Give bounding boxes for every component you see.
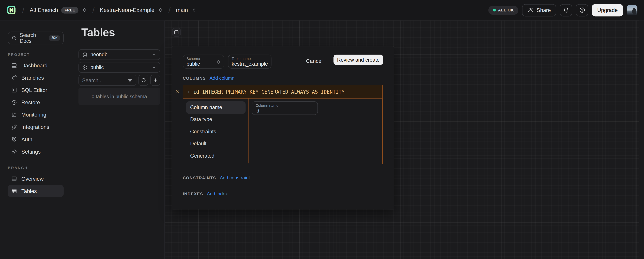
search-shortcut: ⌘K bbox=[49, 35, 60, 41]
database-icon bbox=[82, 52, 88, 57]
breadcrumb-separator: / bbox=[22, 5, 24, 15]
schema-select[interactable]: public bbox=[78, 62, 160, 73]
constraints-label: CONSTRAINTS bbox=[183, 176, 216, 180]
help-icon bbox=[579, 7, 585, 13]
tab-column-name[interactable]: Column name bbox=[186, 101, 246, 113]
branch-section-label: BRANCH bbox=[8, 166, 74, 170]
cancel-button[interactable]: Cancel bbox=[302, 55, 326, 66]
sidebar-item-label: Restore bbox=[22, 99, 40, 105]
constraints-section-header: CONSTRAINTS Add constraint bbox=[183, 175, 250, 180]
sidebar-item-sql-editor[interactable]: SQL Editor bbox=[8, 84, 64, 96]
collapse-panel-button[interactable] bbox=[172, 28, 181, 36]
neon-console: / AJ Emerich FREE / Kestra-Neon-Example … bbox=[0, 0, 644, 259]
chevrons-up-down-icon[interactable] bbox=[191, 7, 197, 13]
empty-state: 0 tables in public schema bbox=[78, 88, 160, 105]
review-and-create-button[interactable]: Review and create bbox=[334, 54, 383, 65]
column-sql-text: + id INTEGER PRIMARY KEY GENERATED ALWAY… bbox=[187, 89, 344, 95]
indexes-label: INDEXES bbox=[183, 192, 203, 196]
notifications-button[interactable] bbox=[560, 4, 572, 16]
tables-search-input[interactable]: Search... bbox=[78, 75, 136, 86]
status-label: ALL OK bbox=[498, 8, 514, 12]
table-name-field[interactable]: Table name kestra_example bbox=[228, 54, 272, 68]
database-select[interactable]: neondb bbox=[78, 49, 160, 60]
dashboard-icon bbox=[11, 62, 17, 68]
sidebar-item-label: Branches bbox=[22, 74, 44, 81]
chevron-down-icon bbox=[152, 65, 156, 70]
sidebar-item-settings[interactable]: Settings bbox=[8, 145, 64, 158]
add-constraint-link[interactable]: Add constraint bbox=[220, 175, 250, 180]
sidebar-item-label: SQL Editor bbox=[22, 87, 47, 93]
share-label: Share bbox=[536, 7, 551, 13]
page-title: Tables bbox=[82, 26, 164, 39]
sidebar-item-overview[interactable]: Overview bbox=[8, 172, 64, 185]
dialog-schema-select[interactable]: Schema public bbox=[183, 54, 224, 68]
sidebar-item-label: Tables bbox=[22, 188, 37, 194]
column-sql-header[interactable]: + id INTEGER PRIMARY KEY GENERATED ALWAY… bbox=[183, 85, 382, 98]
columns-section-header: COLUMNS Add column bbox=[183, 76, 234, 80]
breadcrumb-branch[interactable]: main bbox=[176, 7, 197, 13]
add-column-link[interactable]: Add column bbox=[210, 76, 234, 80]
schema-icon bbox=[82, 65, 88, 70]
sidebar-item-monitoring[interactable]: Monitoring bbox=[8, 108, 64, 121]
tab-generated[interactable]: Generated bbox=[186, 150, 246, 162]
search-docs-input[interactable]: Search Docs ⌘K bbox=[8, 32, 64, 44]
sidebar-item-dashboard[interactable]: Dashboard bbox=[8, 59, 64, 71]
sidebar-item-branches[interactable]: Branches bbox=[8, 71, 64, 84]
add-table-button[interactable] bbox=[150, 75, 160, 86]
tab-default[interactable]: Default bbox=[186, 138, 246, 150]
topbar: / AJ Emerich FREE / Kestra-Neon-Example … bbox=[0, 0, 644, 20]
chart-icon bbox=[11, 111, 17, 118]
breadcrumb-project[interactable]: Kestra-Neon-Example bbox=[100, 7, 163, 13]
search-icon bbox=[12, 35, 17, 41]
sidebar-item-integrations[interactable]: Integrations bbox=[8, 121, 64, 133]
sidebar-item-tables[interactable]: Tables bbox=[8, 185, 64, 197]
terminal-icon bbox=[11, 87, 17, 93]
tab-constraints[interactable]: Constraints bbox=[186, 126, 246, 138]
share-button[interactable]: Share bbox=[522, 4, 556, 16]
git-branch-icon bbox=[11, 74, 17, 81]
tab-data-type[interactable]: Data type bbox=[186, 113, 246, 126]
sidebar-item-auth[interactable]: Auth bbox=[8, 133, 64, 145]
bell-icon bbox=[563, 7, 569, 13]
chevrons-up-down-icon[interactable] bbox=[82, 7, 87, 13]
neon-logo-icon[interactable] bbox=[6, 5, 16, 15]
users-icon bbox=[528, 7, 534, 13]
history-icon bbox=[11, 99, 17, 105]
project-name: Kestra-Neon-Example bbox=[100, 7, 154, 13]
tables-panel: Tables neondb public bbox=[74, 20, 164, 259]
sidebar-item-label: Monitoring bbox=[22, 111, 46, 118]
schema-select-value: public bbox=[90, 64, 104, 70]
add-index-link[interactable]: Add index bbox=[207, 191, 228, 196]
sidebar-item-label: Dashboard bbox=[22, 62, 48, 68]
sidebar: Search Docs ⌘K PROJECT Dashboard Branche… bbox=[0, 20, 74, 259]
filter-icon[interactable] bbox=[128, 78, 133, 83]
column-editor-card: + id INTEGER PRIMARY KEY GENERATED ALWAY… bbox=[183, 85, 383, 164]
column-name-input-label: Column name bbox=[256, 103, 314, 108]
table-name-label: Table name bbox=[232, 57, 268, 61]
schema-field-value: public bbox=[186, 61, 220, 67]
schema-field-label: Schema bbox=[186, 57, 220, 61]
column-name-input[interactable]: Column name id bbox=[252, 101, 318, 115]
gear-icon bbox=[11, 148, 17, 155]
column-editor-tabs: Column name Data type Constraints Defaul… bbox=[183, 98, 249, 163]
user-avatar[interactable] bbox=[627, 5, 638, 15]
sidebar-item-label: Settings bbox=[22, 148, 41, 155]
empty-state-text: 0 tables in public schema bbox=[92, 93, 147, 99]
breadcrumb-separator: / bbox=[92, 5, 94, 15]
plus-icon bbox=[153, 78, 158, 83]
sidebar-item-restore[interactable]: Restore bbox=[8, 96, 64, 108]
status-dot-icon bbox=[493, 8, 496, 11]
breadcrumb-org[interactable]: AJ Emerich FREE bbox=[30, 7, 87, 13]
table-icon bbox=[11, 188, 17, 194]
branch-name: main bbox=[176, 7, 188, 13]
help-button[interactable] bbox=[576, 4, 588, 16]
refresh-icon bbox=[141, 78, 146, 83]
refresh-button[interactable] bbox=[138, 75, 148, 86]
sidebar-item-label: Auth bbox=[22, 136, 32, 142]
chevrons-up-down-icon[interactable] bbox=[158, 7, 163, 13]
status-badge[interactable]: ALL OK bbox=[488, 5, 518, 15]
tables-panel-header: Tables bbox=[74, 20, 164, 45]
upgrade-button[interactable]: Upgrade bbox=[592, 4, 623, 16]
column-name-input-value: id bbox=[256, 108, 314, 114]
remove-column-button[interactable] bbox=[174, 87, 181, 95]
